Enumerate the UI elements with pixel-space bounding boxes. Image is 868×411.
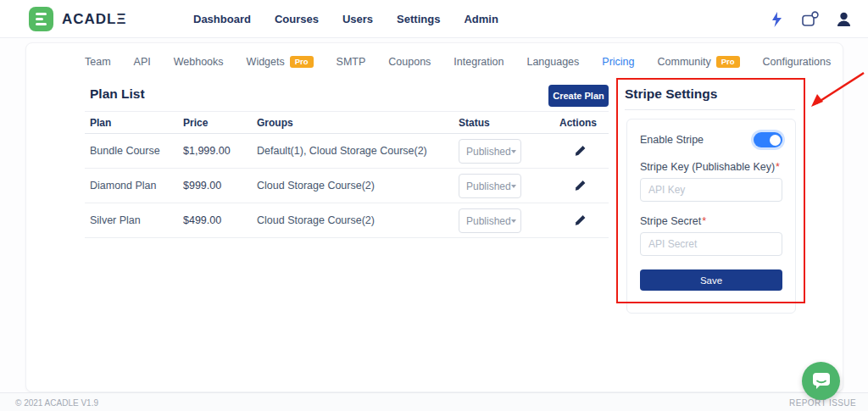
- caret-down-icon: [511, 219, 516, 223]
- tab-webhooks[interactable]: Webhooks: [174, 56, 224, 68]
- plan-price: $499.00: [183, 214, 221, 226]
- account-icon[interactable]: [837, 12, 851, 27]
- tab-languages[interactable]: Languages: [526, 56, 579, 68]
- footer: © 2021 ACADLE V1.9 REPORT ISSUE: [0, 392, 868, 411]
- edit-plan-button[interactable]: [575, 146, 586, 157]
- pencil-icon: [575, 181, 586, 192]
- edit-plan-button[interactable]: [575, 215, 586, 226]
- nav-item-settings[interactable]: Settings: [397, 13, 440, 25]
- plan-price: $999.00: [183, 180, 221, 192]
- notifications-icon[interactable]: [801, 11, 819, 27]
- tab-community[interactable]: CommunityPro: [658, 56, 740, 68]
- save-button[interactable]: Save: [640, 269, 782, 291]
- pencil-icon: [575, 146, 586, 157]
- plan-name: Diamond Plan: [90, 180, 157, 192]
- caret-down-icon: [511, 185, 516, 188]
- caret-down-icon: [511, 150, 516, 153]
- settings-tabs: Team API Webhooks WidgetsPro SMTP Coupon…: [85, 56, 831, 68]
- col-header-price: Price: [183, 117, 208, 129]
- nav-item-admin[interactable]: Admin: [464, 13, 498, 25]
- plan-price: $1,999.00: [183, 145, 231, 157]
- edit-plan-button[interactable]: [575, 181, 586, 192]
- page-body: Team API Webhooks WidgetsPro SMTP Coupon…: [0, 38, 868, 411]
- col-header-groups: Groups: [257, 117, 293, 129]
- enable-stripe-label: Enable Stripe: [640, 134, 704, 146]
- required-marker: *: [776, 161, 780, 173]
- plan-list-title: Plan List: [90, 86, 145, 102]
- pencil-icon: [575, 215, 586, 226]
- table-row: Bundle Course $1,999.00 Default(1), Clou…: [85, 134, 609, 169]
- stripe-secret-label: Stripe Secret*: [640, 215, 782, 227]
- nav-item-courses[interactable]: Courses: [275, 13, 319, 25]
- pro-badge: Pro: [290, 56, 314, 68]
- lightning-icon[interactable]: [771, 12, 783, 27]
- nav-item-dashboard[interactable]: Dashboard: [193, 13, 251, 25]
- tab-configurations[interactable]: Configurations: [763, 56, 832, 68]
- col-header-plan: Plan: [90, 117, 111, 129]
- plan-name: Silver Plan: [90, 214, 141, 226]
- navbar-actions: [771, 0, 851, 38]
- brand-logo[interactable]: ACADLΞ: [29, 7, 126, 31]
- top-navbar: ACADLΞ Dashboard Courses Users Settings …: [0, 0, 868, 38]
- required-marker: *: [702, 215, 706, 227]
- pro-badge: Pro: [716, 56, 740, 68]
- enable-stripe-toggle[interactable]: [754, 132, 782, 147]
- status-dropdown[interactable]: Published: [459, 208, 521, 233]
- tab-widgets[interactable]: WidgetsPro: [247, 56, 314, 68]
- plan-name: Bundle Course: [90, 145, 160, 157]
- tab-api[interactable]: API: [134, 56, 151, 68]
- status-dropdown[interactable]: Published: [459, 174, 521, 198]
- plan-table-header: Plan Price Groups Status Actions: [85, 111, 609, 134]
- create-plan-button[interactable]: Create Plan: [548, 85, 609, 107]
- divider: [625, 109, 795, 110]
- table-row: Diamond Plan $999.00 Cloud Storage Cours…: [85, 169, 609, 203]
- chat-icon: [811, 371, 832, 391]
- stripe-settings-title: Stripe Settings: [625, 86, 717, 102]
- chat-launcher-button[interactable]: [802, 362, 840, 400]
- plan-groups: Cloud Storage Course(2): [257, 214, 375, 226]
- tab-smtp[interactable]: SMTP: [337, 56, 366, 68]
- main-nav: Dashboard Courses Users Settings Admin: [193, 0, 498, 38]
- stripe-key-input[interactable]: [640, 178, 782, 202]
- tab-pricing[interactable]: Pricing: [602, 56, 634, 68]
- brand-logo-icon: [29, 7, 53, 31]
- stripe-key-label: Stripe Key (Publishable Key)*: [640, 161, 782, 173]
- plan-groups: Cloud Storage Course(2): [257, 180, 375, 192]
- tab-integration[interactable]: Integration: [453, 56, 504, 68]
- status-dropdown[interactable]: Published: [459, 139, 521, 164]
- brand-name: ACADLΞ: [62, 11, 126, 28]
- tab-coupons[interactable]: Coupons: [388, 56, 431, 68]
- table-row: Silver Plan $499.00 Cloud Storage Course…: [85, 203, 609, 238]
- tab-team[interactable]: Team: [85, 56, 111, 68]
- copyright-text: © 2021 ACADLE V1.9: [15, 397, 98, 407]
- col-header-status: Status: [459, 117, 490, 129]
- stripe-settings-card: Enable Stripe Stripe Key (Publishable Ke…: [626, 119, 796, 314]
- nav-item-users[interactable]: Users: [342, 13, 373, 25]
- col-header-actions: Actions: [559, 117, 597, 129]
- stripe-secret-input[interactable]: [640, 232, 782, 256]
- toggle-knob: [770, 135, 781, 146]
- plan-groups: Default(1), Cloud Storage Course(2): [257, 145, 427, 157]
